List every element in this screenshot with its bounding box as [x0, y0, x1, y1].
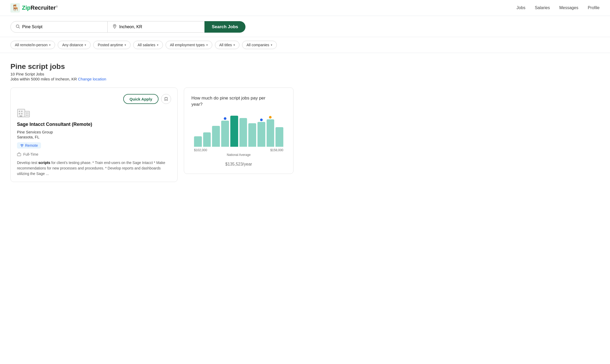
location-search-input[interactable] — [119, 25, 200, 29]
filter-distance[interactable]: Any distance ▾ — [58, 41, 91, 49]
company-location: Sarasota, FL — [17, 135, 171, 139]
chart-nat-avg: National Average — [191, 153, 286, 157]
svg-rect-17 — [17, 154, 21, 156]
svg-point-2 — [16, 25, 19, 28]
chart-bar — [275, 127, 283, 147]
chart-bar-group — [203, 113, 211, 147]
chart-bar-group — [221, 113, 229, 147]
chart-bar-group — [275, 113, 283, 147]
chart-bar — [203, 132, 211, 147]
salary-chart — [191, 113, 286, 147]
job-card-actions: Quick Apply — [17, 94, 171, 104]
job-search-wrap — [10, 21, 108, 33]
nav: Jobs Salaries Messages Profile — [517, 5, 600, 10]
briefcase-icon — [17, 152, 21, 156]
svg-rect-15 — [27, 115, 28, 116]
chevron-down-icon: ▾ — [85, 43, 86, 47]
chart-labels: $102,000 $158,000 — [191, 148, 286, 152]
bookmark-icon — [164, 97, 168, 101]
nav-salaries[interactable]: Salaries — [535, 5, 550, 10]
svg-line-3 — [19, 27, 20, 28]
chart-bar-group — [194, 113, 202, 147]
location-line: Jobs within 5000 miles of Incheon, KR Ch… — [10, 77, 600, 81]
header: 🪑 ZipRecruiter® Jobs Salaries Messages P… — [0, 0, 610, 16]
svg-rect-10 — [20, 115, 22, 117]
logo[interactable]: 🪑 ZipRecruiter® — [10, 3, 58, 13]
page-title: Pine script jobs — [10, 62, 600, 71]
chart-bar — [194, 136, 202, 147]
company-name: Pine Services Group — [17, 130, 171, 134]
svg-rect-6 — [19, 111, 20, 112]
svg-rect-8 — [19, 113, 20, 114]
svg-rect-14 — [26, 115, 27, 116]
svg-point-16 — [22, 146, 22, 147]
svg-rect-7 — [21, 111, 22, 112]
salary-question: How much do pine script jobs pay per yea… — [191, 95, 270, 108]
chart-low-label: $102,000 — [194, 148, 207, 152]
svg-rect-13 — [27, 113, 28, 114]
logo-text: ZipRecruiter® — [22, 4, 58, 11]
chart-bar-group — [257, 113, 265, 147]
chart-bar-group — [248, 113, 256, 147]
nav-profile[interactable]: Profile — [588, 5, 600, 10]
svg-rect-11 — [25, 111, 30, 117]
chart-bar — [248, 123, 256, 147]
chevron-down-icon: ▾ — [125, 43, 126, 47]
chart-bar — [239, 118, 247, 147]
location-search-wrap — [108, 21, 204, 33]
chevron-down-icon: ▾ — [157, 43, 159, 47]
search-section: Search Jobs — [0, 16, 610, 37]
company-icon — [17, 107, 31, 118]
blue-dot — [260, 119, 263, 121]
nav-messages[interactable]: Messages — [559, 5, 578, 10]
job-description: Develop test scripts for client's testin… — [17, 160, 171, 177]
result-count: 10 Pine Script Jobs — [10, 72, 600, 76]
filter-remote[interactable]: All remote/in-person ▾ — [10, 41, 55, 49]
nav-jobs[interactable]: Jobs — [517, 5, 525, 10]
chart-bar-group — [267, 113, 274, 147]
salary-card: How much do pine script jobs pay per yea… — [184, 87, 294, 174]
filter-titles[interactable]: All titles ▾ — [215, 41, 239, 49]
chart-bar — [230, 116, 238, 146]
chevron-down-icon: ▾ — [49, 43, 51, 47]
svg-rect-12 — [26, 113, 27, 114]
salary-value: $135,523/year — [191, 159, 286, 167]
chevron-down-icon: ▾ — [233, 43, 235, 47]
bookmark-button[interactable] — [161, 94, 171, 104]
remote-tag: Remote — [17, 142, 41, 149]
location-icon — [112, 24, 117, 30]
filters-row: All remote/in-person ▾ Any distance ▾ Po… — [0, 37, 610, 53]
job-type: Full-Time — [23, 152, 38, 156]
orange-dot — [269, 116, 272, 119]
chart-bar-group — [230, 113, 238, 147]
filter-posted[interactable]: Posted anytime ▾ — [93, 41, 131, 49]
search-bar: Search Jobs — [10, 21, 245, 33]
logo-icon: 🪑 — [10, 3, 20, 13]
quick-apply-button[interactable]: Quick Apply — [123, 94, 159, 104]
job-type-row: Full-Time — [17, 152, 171, 156]
svg-point-4 — [114, 25, 115, 26]
svg-rect-9 — [21, 113, 22, 114]
chart-bar — [221, 121, 229, 147]
filter-employment[interactable]: All employment types ▾ — [166, 41, 212, 49]
filter-salary[interactable]: All salaries ▾ — [133, 41, 163, 49]
chart-bar — [257, 122, 265, 147]
blue-dot — [224, 117, 226, 120]
job-title[interactable]: Sage Intacct Consultant (Remote) — [17, 122, 171, 127]
chart-high-label: $158,000 — [270, 148, 283, 152]
chevron-down-icon: ▾ — [271, 43, 272, 47]
job-search-input[interactable] — [22, 25, 103, 29]
change-location-link[interactable]: Change location — [78, 77, 106, 81]
chevron-down-icon: ▾ — [206, 43, 208, 47]
chart-bar — [212, 126, 220, 147]
chart-bar — [267, 119, 274, 147]
cards-row: Quick Apply — [10, 87, 600, 182]
search-jobs-button[interactable]: Search Jobs — [204, 21, 245, 33]
wifi-icon — [20, 144, 24, 147]
filter-companies[interactable]: All companies ▾ — [242, 41, 277, 49]
chart-bar-group — [212, 113, 220, 147]
chart-bar-group — [239, 113, 247, 147]
svg-text:🪑: 🪑 — [11, 4, 19, 11]
main-content: Pine script jobs 10 Pine Script Jobs Job… — [0, 53, 610, 182]
search-icon — [15, 24, 20, 30]
